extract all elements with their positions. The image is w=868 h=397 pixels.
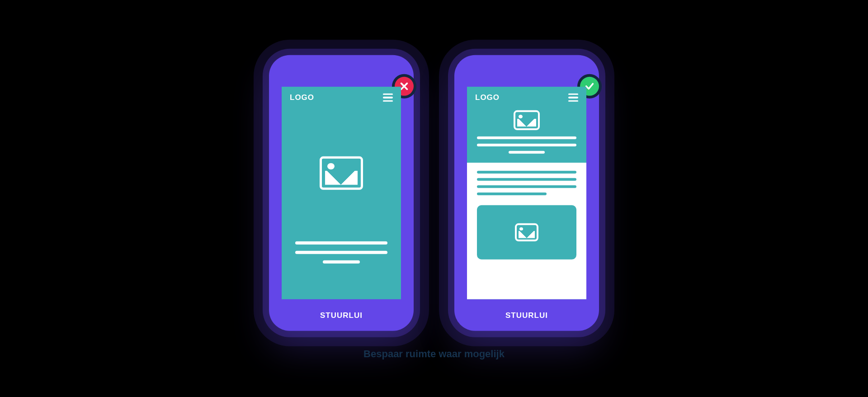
hamburger-icon <box>568 94 578 102</box>
paragraph-placeholder <box>477 171 576 195</box>
text-line <box>477 144 576 147</box>
text-line <box>295 241 387 245</box>
text-line <box>295 251 387 254</box>
comparison-stage: LOGO STUURLUI LOGO <box>269 55 599 331</box>
hero-area-large <box>282 108 401 239</box>
image-placeholder-icon <box>514 110 540 130</box>
text-line <box>477 137 576 139</box>
content-body <box>467 163 586 299</box>
text-line-short <box>509 151 544 154</box>
logo-text: LOGO <box>290 93 314 102</box>
image-placeholder-icon <box>515 223 538 241</box>
hero-text-lines <box>467 137 586 163</box>
text-line-short <box>477 193 547 195</box>
text-placeholder-block <box>282 241 401 264</box>
phone-mockup-good: LOGO S <box>454 55 599 331</box>
logo-text: LOGO <box>475 93 500 102</box>
screen-bad: LOGO <box>282 87 401 299</box>
phone-footer-label: STUURLUI <box>269 311 414 320</box>
text-line <box>477 178 576 181</box>
image-placeholder-icon <box>320 156 363 190</box>
text-line <box>477 171 576 174</box>
figure-caption: Bespaar ruimte waar mogelijk <box>363 348 505 360</box>
phone-footer-label: STUURLUI <box>454 311 599 320</box>
text-line <box>477 185 576 188</box>
topbar: LOGO <box>467 87 586 108</box>
topbar: LOGO <box>282 87 401 108</box>
phone-mockup-bad: LOGO STUURLUI <box>269 55 414 331</box>
content-card <box>477 205 576 260</box>
screen-good: LOGO <box>467 87 586 299</box>
hero-area-small <box>467 108 586 137</box>
text-line-short <box>323 260 360 264</box>
hamburger-icon <box>383 94 393 102</box>
